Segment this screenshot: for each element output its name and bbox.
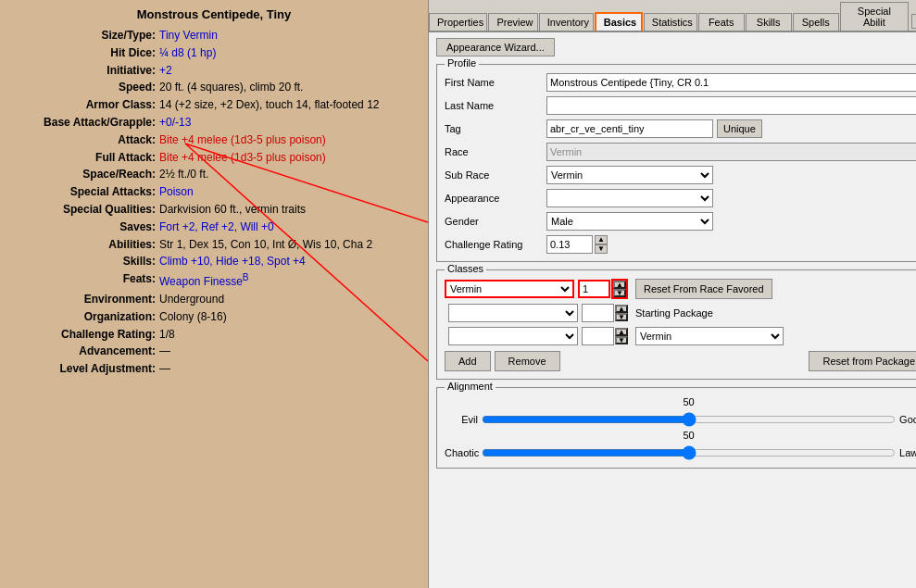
- stat-value-special-attacks: Poison: [157, 183, 419, 201]
- stat-value-hitdice: ¼ d8 (1 hp): [157, 44, 419, 62]
- stat-value-space: 2½ ft./0 ft.: [157, 166, 419, 183]
- class-select-3[interactable]: [448, 327, 578, 345]
- chaotic-lawful-value: 50: [683, 430, 694, 441]
- tab-inventory[interactable]: Inventory: [539, 13, 594, 31]
- stat-row-bab: Base Attack/Grapple: +0/-13: [9, 114, 419, 131]
- race-row: Race: [445, 143, 916, 161]
- profile-section: Profile First Name Last Name Tag Unique …: [436, 64, 916, 262]
- tab-statistics[interactable]: Statistics: [644, 13, 697, 31]
- class-spin-up-1[interactable]: ▲: [613, 281, 626, 289]
- stat-value-speed: 20 ft. (4 squares), climb 20 ft.: [157, 79, 419, 96]
- tab-basics[interactable]: Basics: [595, 12, 643, 31]
- right-with-scroll: Appearance Wizard... Profile First Name …: [429, 32, 916, 588]
- class-spinner-2: ▲ ▼: [615, 305, 628, 321]
- reset-race-favored-button[interactable]: Reset From Race Favored: [635, 279, 772, 299]
- stat-label-space: Space/Reach:: [9, 166, 157, 183]
- appearance-wizard-button[interactable]: Appearance Wizard...: [436, 38, 555, 56]
- appearance-row: Appearance: [445, 189, 916, 207]
- chaotic-lawful-row: Chaotic Lawful: [445, 445, 916, 460]
- character-title: Monstrous Centipede, Tiny: [9, 7, 419, 21]
- stat-row-cr: Challenge Rating: 1/8: [9, 326, 419, 344]
- class-spin-up-2[interactable]: ▲: [615, 305, 628, 313]
- gender-row: Gender Male Female: [445, 212, 916, 231]
- stat-value-feats: Weapon FinesseB: [157, 270, 419, 291]
- unique-button[interactable]: Unique: [717, 119, 762, 138]
- class-btn-row: Add Remove Reset from Package: [445, 351, 916, 371]
- lawful-label: Lawful: [896, 447, 916, 458]
- evil-good-slider[interactable]: [482, 412, 896, 427]
- stat-label-feats: Feats:: [9, 270, 157, 291]
- class-spin-down-3[interactable]: ▼: [615, 336, 628, 344]
- stat-label-advancement: Advancement:: [9, 343, 157, 360]
- stat-value-skills: Climb +10, Hide +18, Spot +4: [157, 253, 419, 270]
- stat-label-special-attacks: Special Attacks:: [9, 183, 157, 201]
- profile-title: Profile: [445, 57, 479, 69]
- class-spinner-1: ▲ ▼: [611, 279, 628, 299]
- appearance-label: Appearance: [445, 193, 546, 204]
- stat-label-level-adj: Level Adjustment:: [9, 360, 157, 378]
- stat-row-feats: Feats: Weapon FinesseB: [9, 270, 419, 291]
- tab-spells[interactable]: Spells: [793, 13, 839, 31]
- class-spin-down-1[interactable]: ▼: [613, 289, 626, 297]
- class-select-1[interactable]: Vermin: [445, 280, 574, 298]
- stat-row-speed: Speed: 20 ft. (4 squares), climb 20 ft.: [9, 79, 419, 96]
- stat-label-special-qualities: Special Qualities:: [9, 201, 157, 219]
- stat-row-special-qualities: Special Qualities: Darkvision 60 ft., ve…: [9, 201, 419, 219]
- right-panel: Properties Preview Inventory Basics Stat…: [428, 0, 916, 588]
- add-class-button[interactable]: Add: [445, 351, 491, 371]
- sub-race-select[interactable]: Vermin: [546, 166, 713, 184]
- stat-value-fullattack: Bite +4 melee (1d3-5 plus poison): [157, 149, 419, 167]
- stat-value-environment: Underground: [157, 291, 419, 308]
- last-name-input[interactable]: [546, 96, 916, 115]
- remove-class-button[interactable]: Remove: [495, 351, 560, 371]
- gender-select[interactable]: Male Female: [546, 212, 713, 231]
- character-sheet: Monstrous Centipede, Tiny Size/Type: Tin…: [0, 0, 428, 588]
- tag-input[interactable]: [546, 119, 713, 138]
- tab-nav-prev[interactable]: ◄: [911, 14, 916, 29]
- class-level-2[interactable]: [582, 304, 614, 322]
- tab-special-abilit[interactable]: Special Abilit: [840, 2, 909, 31]
- stat-row-attack: Attack: Bite +4 melee (1d3-5 plus poison…: [9, 131, 419, 149]
- class-level-3[interactable]: [582, 327, 614, 345]
- chaotic-lawful-slider[interactable]: [482, 445, 896, 460]
- stat-row-environment: Environment: Underground: [9, 291, 419, 308]
- form-content: Appearance Wizard... Profile First Name …: [429, 32, 916, 588]
- stat-row-initiative: Initiative: +2: [9, 62, 419, 80]
- first-name-input[interactable]: [546, 73, 916, 92]
- reset-package-button[interactable]: Reset from Package: [809, 351, 916, 371]
- class-level-1[interactable]: [578, 280, 610, 298]
- tab-preview[interactable]: Preview: [488, 13, 537, 31]
- class-spin-down-2[interactable]: ▼: [615, 313, 628, 321]
- stat-label-ac: Armor Class:: [9, 96, 157, 114]
- cr-spin-down[interactable]: ▼: [595, 244, 608, 254]
- tab-feats[interactable]: Feats: [698, 13, 745, 31]
- appearance-btn-row: Appearance Wizard...: [436, 38, 916, 56]
- stat-row-fullattack: Full Attack: Bite +4 melee (1d3-5 plus p…: [9, 149, 419, 167]
- race-label: Race: [445, 146, 546, 157]
- tag-label: Tag: [445, 123, 546, 134]
- cr-spin-up[interactable]: ▲: [595, 235, 608, 244]
- stat-value-bab: +0/-13: [157, 114, 419, 131]
- class-select-2[interactable]: [448, 304, 578, 322]
- class-row-3: ▲ ▼ Vermin: [445, 327, 916, 345]
- tab-properties[interactable]: Properties: [429, 13, 487, 31]
- cr-input[interactable]: [546, 235, 593, 254]
- starting-package-label: Starting Package: [635, 307, 713, 319]
- stat-label-hitdice: Hit Dice:: [9, 44, 157, 62]
- stat-row-ac: Armor Class: 14 (+2 size, +2 Dex), touch…: [9, 96, 419, 114]
- classes-section: Classes Vermin ▲ ▼ Reset From Race Favor…: [436, 269, 916, 380]
- stat-value-initiative: +2: [157, 62, 419, 80]
- class-spin-up-3[interactable]: ▲: [615, 328, 628, 336]
- stat-label-environment: Environment:: [9, 291, 157, 308]
- cr-row: Challenge Rating ▲ ▼: [445, 235, 916, 254]
- evil-good-value: 50: [683, 396, 694, 407]
- stat-value-advancement: —: [157, 343, 419, 360]
- starting-package-select[interactable]: Vermin: [635, 327, 784, 345]
- class-row-1: Vermin ▲ ▼ Reset From Race Favored: [445, 279, 916, 299]
- appearance-select[interactable]: [546, 189, 713, 207]
- stat-label-size: Size/Type:: [9, 27, 157, 44]
- stat-row-skills: Skills: Climb +10, Hide +18, Spot +4: [9, 253, 419, 270]
- class-row-2: ▲ ▼ Starting Package: [445, 304, 916, 322]
- tab-skills[interactable]: Skills: [746, 13, 792, 31]
- gender-label: Gender: [445, 216, 546, 227]
